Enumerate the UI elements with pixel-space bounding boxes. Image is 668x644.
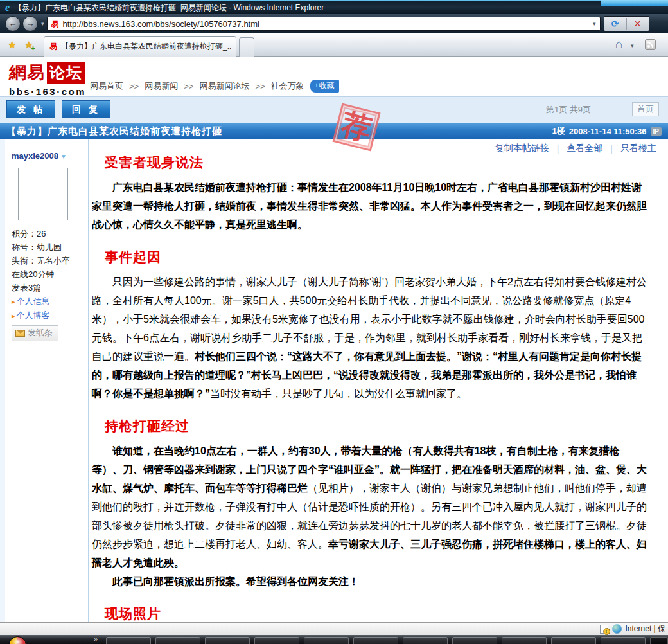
- blog-link[interactable]: ▸个人博客: [12, 309, 88, 323]
- ip-badge[interactable]: IP: [651, 127, 662, 136]
- section-heading: 事件起因: [105, 248, 650, 266]
- section-heading: 受害者现身说法: [105, 154, 650, 172]
- navigation-bar: ← → ▾ 易 http://bbs.news.163.com/bbs/soci…: [0, 14, 668, 33]
- history-dropdown-icon[interactable]: ▾: [41, 21, 44, 27]
- breadcrumb-news[interactable]: 网易新闻: [145, 80, 178, 92]
- envelope-icon: [15, 330, 25, 337]
- ie-logo-icon: e: [5, 3, 10, 13]
- taskbar-item[interactable]: [601, 637, 646, 644]
- taskbar-item[interactable]: [304, 637, 349, 644]
- paragraph: 谁知道，在当晚约10点左右，一群人，约有30人，带着大量的枪（有人数得共有18枝…: [92, 442, 650, 572]
- add-favorite-badge[interactable]: +收藏: [310, 80, 339, 93]
- bullet-icon: ▸: [12, 312, 15, 319]
- breadcrumb-news-forum[interactable]: 网易新闻论坛: [199, 80, 249, 92]
- start-button[interactable]: [9, 636, 26, 644]
- status-bar: Internet | 保: [0, 622, 668, 635]
- taskbar-item[interactable]: [502, 637, 547, 644]
- favorites-star-icon[interactable]: [8, 39, 16, 51]
- profile-link[interactable]: ▸个人信息: [12, 294, 88, 309]
- taskbar-item[interactable]: [353, 637, 398, 644]
- taskbar-item[interactable]: [452, 637, 497, 644]
- browser-tab-active[interactable]: 易 【暴力】广东电白县某农民结婚前夜遭持枪打砸_...: [44, 36, 236, 57]
- breadcrumb-separator: >>: [129, 82, 139, 91]
- breadcrumb-separator: >>: [255, 82, 265, 91]
- paragraph: 只因为一些修建公路的事情，谢家大儿子（谢大儿子简称‘谢’）回老家贺小弟大婚，下午…: [92, 273, 650, 403]
- floor-number: 1楼: [552, 125, 565, 137]
- back-button[interactable]: ←: [5, 16, 21, 31]
- post-timestamp: 2008-11-14 11:50:36: [569, 127, 647, 136]
- breadcrumb-home[interactable]: 网易首页: [90, 80, 123, 92]
- address-url[interactable]: http://bbs.news.163.com/bbs/society/1057…: [63, 19, 259, 29]
- user-dropdown-icon[interactable]: ▼: [60, 153, 67, 160]
- site-favicon-icon: 易: [51, 19, 59, 30]
- forum-page: 網易 论坛 bbs·163·com 网易首页 >> 网易新闻 >> 网易新闻论坛…: [0, 57, 668, 622]
- user-post-count: 发表3篇: [12, 281, 88, 294]
- avatar: [18, 168, 68, 220]
- post-title: 【暴力】广东电白县某农民结婚前夜遭持枪打砸: [6, 125, 222, 138]
- user-score: 积分：26: [12, 227, 88, 240]
- post-content: 受害者现身说法 广东电白县某农民结婚前夜遭持枪打砸：事情发生在2008年11月1…: [89, 139, 663, 622]
- window-titlebar: e 【暴力】广东电白县某农民结婚前夜遭持枪打砸_网易新闻论坛 - Windows…: [0, 0, 668, 14]
- page-warning-icon[interactable]: [600, 625, 608, 634]
- taskbar-item[interactable]: [551, 637, 596, 644]
- left-margin-strip: [0, 139, 5, 622]
- nav-button-group: ⟳ ✕: [604, 16, 649, 31]
- paragraph-text: 只因为一些修建公路的事情，谢家大儿子（谢大儿子简称‘谢’）回老家贺小弟大婚，下午…: [92, 276, 647, 362]
- send-message-button[interactable]: 发纸条: [12, 325, 58, 341]
- taskbar-item[interactable]: [403, 637, 448, 644]
- security-zone-text: Internet | 保: [626, 623, 665, 634]
- breadcrumb: 网易首页 >> 网易新闻 >> 网易新闻论坛 >> 社会万象 +收藏: [90, 80, 339, 93]
- taskbar-item[interactable]: [205, 637, 250, 644]
- user-online-time: 在线20分钟: [12, 267, 88, 281]
- bullet-icon: ▸: [12, 298, 15, 305]
- paragraph-text: 广东电白县某农民结婚前夜遭持枪打砸：事情发生在2008年11月10日晚10时左右…: [92, 182, 647, 230]
- user-sidebar: mayxie2008▼ 积分：26 称号：幼儿园 头衔：无名小卒 在线20分钟 …: [5, 139, 89, 622]
- forward-button[interactable]: →: [22, 16, 38, 31]
- reply-button[interactable]: 回 复: [62, 100, 110, 118]
- section-heading: 现场照片: [105, 605, 650, 622]
- internet-zone-icon: [612, 624, 622, 634]
- add-favorite-icon[interactable]: [24, 39, 33, 51]
- rss-feed-icon[interactable]: [645, 39, 656, 50]
- username[interactable]: mayxie2008: [12, 151, 58, 161]
- logo-forum-text: 论坛: [47, 62, 85, 84]
- breadcrumb-separator: >>: [184, 82, 193, 91]
- report-notice: 此事已向那霍镇派出所报案。希望得到各位网友关注！: [92, 572, 650, 591]
- home-icon[interactable]: [615, 37, 622, 51]
- logo-netease-text: 網易: [9, 61, 45, 84]
- taskbar-item[interactable]: [106, 637, 151, 644]
- new-post-button[interactable]: 发 帖: [6, 100, 55, 118]
- paragraph-text: 当时没有动手，只是吵了几句，以为没什么事就回家了。: [210, 388, 467, 399]
- user-rank: 称号：幼儿园: [12, 240, 88, 254]
- taskbar-item[interactable]: [155, 637, 200, 644]
- home-dropdown-icon[interactable]: ▾: [631, 42, 634, 49]
- paragraph: 广东电白县某农民结婚前夜遭持枪打砸：事情发生在2008年11月10日晚10时左右…: [92, 178, 650, 234]
- address-dropdown-icon[interactable]: ▾: [593, 21, 596, 27]
- tabs-bar: 易 【暴力】广东电白县某农民结婚前夜遭持枪打砸_... ▾: [0, 33, 668, 57]
- breadcrumb-society[interactable]: 社会万象: [271, 80, 304, 92]
- address-bar[interactable]: 易 http://bbs.news.163.com/bbs/society/10…: [47, 17, 601, 31]
- ie-window: e 【暴力】广东电白县某农民结婚前夜遭持枪打砸_网易新闻论坛 - Windows…: [0, 0, 668, 644]
- taskbar-item[interactable]: [254, 637, 299, 644]
- taskbar-chevron-icon[interactable]: »: [94, 635, 98, 643]
- refresh-button[interactable]: ⟳: [604, 17, 626, 31]
- tab-title: 【暴力】广东电白县某农民结婚前夜遭持枪打砸_...: [61, 41, 231, 52]
- window-title: 【暴力】广东电白县某农民结婚前夜遭持枪打砸_网易新闻论坛 - Windows I…: [14, 3, 324, 13]
- tab-favicon-icon: 易: [49, 41, 57, 52]
- user-title: 头衔：无名小卒: [12, 254, 88, 267]
- logo-domain-text: bbs·163·com: [9, 86, 86, 97]
- stop-button[interactable]: ✕: [627, 17, 649, 31]
- page-info: 第1页 共9页: [546, 104, 591, 116]
- first-page-button[interactable]: 首页: [632, 102, 659, 116]
- windows-taskbar: »: [0, 635, 668, 644]
- window-controls-glow: [601, 0, 668, 6]
- taskbar-item-active[interactable]: [650, 637, 668, 644]
- forum-toolbar: 发 帖 回 复 第1页 共9页 首页: [0, 97, 668, 123]
- new-tab-stub[interactable]: [239, 37, 254, 57]
- divider: [593, 625, 593, 634]
- site-logo[interactable]: 網易 论坛 bbs·163·com: [9, 61, 86, 97]
- section-heading: 持枪打砸经过: [105, 417, 650, 435]
